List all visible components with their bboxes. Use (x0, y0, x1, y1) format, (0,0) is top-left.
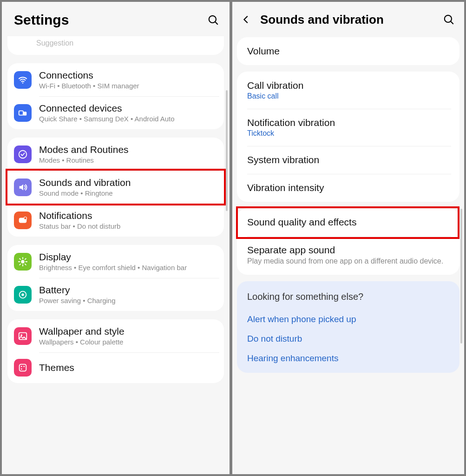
check-circle-icon (14, 145, 32, 163)
sounds-group: Sound quality and effectsSeparate app so… (237, 208, 459, 275)
settings-item-sub: Modes • Routines (39, 156, 216, 164)
settings-item-wallpaper[interactable]: Wallpaper and styleWallpapers • Colour p… (7, 319, 224, 352)
scrollbar[interactable] (460, 209, 462, 344)
sounds-header: Sounds and vibration (232, 2, 464, 37)
sounds-item-sqfx[interactable]: Sound quality and effects (237, 208, 459, 236)
svg-line-1 (215, 22, 217, 24)
sounds-item-callvib[interactable]: Call vibrationBasic call (237, 72, 459, 109)
sounds-title: Sounds and vibration (260, 13, 438, 27)
sounds-item-title: System vibration (247, 154, 449, 165)
settings-item-sub: Quick Share • Samsung DeX • Android Auto (39, 115, 216, 123)
back-icon[interactable] (237, 10, 256, 29)
svg-rect-3 (19, 111, 23, 115)
sounds-item-sysvib[interactable]: System vibration (237, 146, 459, 174)
settings-item-sub: Wi-Fi • Bluetooth • SIM manager (39, 82, 216, 90)
settings-item-modes[interactable]: Modes and RoutinesModes • Routines (7, 138, 224, 171)
svg-point-20 (20, 334, 22, 336)
scrollbar[interactable] (226, 90, 228, 211)
settings-item-sub: Status bar • Do not disturb (39, 222, 216, 230)
suggestion-link[interactable]: Alert when phone picked up (247, 310, 449, 329)
svg-point-22 (21, 366, 22, 367)
settings-item-sounds[interactable]: Sounds and vibrationSound mode • Rington… (7, 171, 224, 204)
suggestion-link[interactable]: Do not disturb (247, 329, 449, 349)
sounds-item-desc: Play media sound from one app on a diffe… (247, 257, 449, 266)
settings-item-title: Connections (39, 70, 216, 81)
settings-item-title: Sounds and vibration (39, 177, 216, 188)
suggestion-label: Suggestion (7, 39, 224, 47)
wifi-icon (14, 71, 32, 89)
speaker-icon (14, 178, 32, 196)
svg-point-25 (445, 15, 452, 22)
sounds-item-title: Vibration intensity (247, 182, 449, 193)
bell-dot-icon (14, 212, 32, 229)
sounds-item-vibint[interactable]: Vibration intensity (237, 174, 459, 202)
settings-group: DisplayBrightness • Eye comfort shield •… (7, 245, 224, 311)
sounds-item-value: Ticktock (247, 129, 449, 138)
settings-header: Settings (2, 2, 230, 36)
settings-group: ConnectionsWi-Fi • Bluetooth • SIM manag… (7, 63, 224, 129)
sounds-item-sepapp[interactable]: Separate app soundPlay media sound from … (237, 236, 459, 275)
svg-point-2 (22, 82, 23, 83)
settings-title: Settings (14, 12, 69, 28)
sounds-item-title: Volume (247, 46, 449, 57)
svg-point-5 (19, 150, 27, 158)
settings-item-notif[interactable]: NotificationsStatus bar • Do not disturb (7, 204, 224, 237)
svg-point-24 (21, 368, 22, 370)
svg-rect-4 (23, 112, 26, 115)
sounds-item-value: Basic call (247, 92, 449, 100)
settings-item-title: Wallpaper and style (39, 326, 216, 337)
sounds-group: Volume (237, 37, 459, 65)
settings-item-sub: Brightness • Eye comfort shield • Naviga… (39, 264, 216, 271)
picture-icon (14, 327, 32, 345)
sounds-item-title: Sound quality and effects (247, 217, 449, 228)
svg-point-0 (209, 16, 216, 23)
svg-point-8 (21, 260, 24, 263)
svg-rect-21 (20, 364, 26, 371)
sun-icon (14, 253, 32, 271)
svg-line-16 (25, 258, 26, 259)
settings-group: Wallpaper and styleWallpapers • Colour p… (7, 319, 224, 383)
svg-line-26 (451, 21, 453, 24)
settings-screen: Settings Suggestion ConnectionsWi-Fi • B… (2, 2, 231, 474)
sounds-screen: Sounds and vibration VolumeCall vibratio… (232, 2, 464, 474)
settings-group: Modes and RoutinesModes • RoutinesSounds… (7, 138, 224, 237)
settings-item-sub: Sound mode • Ringtone (39, 189, 216, 197)
settings-item-themes[interactable]: Themes (7, 352, 224, 383)
svg-point-18 (21, 293, 24, 296)
settings-item-title: Themes (39, 362, 216, 373)
suggestion-link[interactable]: Hearing enhancements (247, 349, 449, 368)
sounds-item-title: Separate app sound (247, 245, 449, 256)
settings-item-sub: Power saving • Charging (39, 297, 216, 304)
settings-item-title: Battery (39, 284, 216, 296)
sounds-item-title: Notification vibration (247, 117, 449, 128)
svg-line-13 (20, 258, 20, 259)
sounds-group: Call vibrationBasic callNotification vib… (237, 72, 459, 202)
mirror-icon (14, 104, 32, 122)
search-icon[interactable] (207, 14, 219, 26)
palette-icon (14, 359, 32, 377)
suggestion-panel: Looking for something else? Alert when p… (237, 281, 459, 373)
settings-item-display[interactable]: DisplayBrightness • Eye comfort shield •… (7, 245, 224, 278)
settings-item-title: Modes and Routines (39, 144, 216, 155)
svg-point-7 (24, 217, 27, 219)
suggestion-card[interactable]: Suggestion (7, 36, 224, 55)
svg-point-23 (23, 366, 25, 367)
settings-item-title: Notifications (39, 210, 216, 221)
settings-item-connections[interactable]: ConnectionsWi-Fi • Bluetooth • SIM manag… (7, 63, 224, 96)
svg-line-15 (20, 264, 20, 264)
suggestion-heading: Looking for something else? (247, 291, 449, 302)
sounds-item-title: Call vibration (247, 80, 449, 91)
settings-item-battery[interactable]: BatteryPower saving • Charging (7, 278, 224, 311)
settings-item-title: Display (39, 251, 216, 263)
search-icon[interactable] (443, 13, 455, 26)
sounds-item-notifvib[interactable]: Notification vibrationTicktock (237, 109, 459, 146)
sounds-item-volume[interactable]: Volume (237, 37, 459, 65)
settings-item-devices[interactable]: Connected devicesQuick Share • Samsung D… (7, 96, 224, 129)
settings-item-title: Connected devices (39, 103, 216, 114)
settings-item-sub: Wallpapers • Colour palette (39, 338, 216, 346)
svg-line-14 (25, 264, 26, 264)
battery-ring-icon (14, 286, 32, 304)
